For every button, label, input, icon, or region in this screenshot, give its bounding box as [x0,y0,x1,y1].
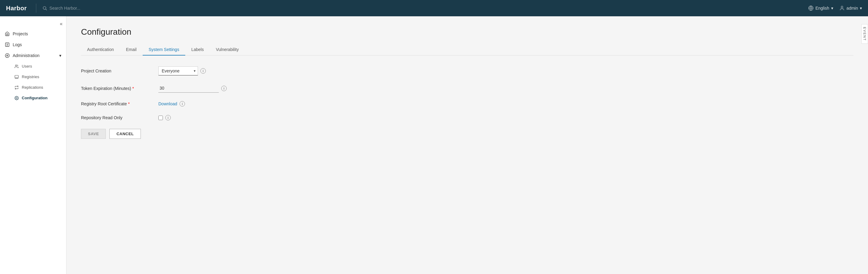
repository-read-only-checkbox[interactable] [158,115,163,120]
token-expiration-control: i [158,84,227,93]
nav-right: English ▾ admin ▾ [808,5,862,11]
sidebar-item-users[interactable]: Users [5,61,66,71]
registry-root-cert-info-icon[interactable]: i [180,101,185,106]
project-creation-row: Project Creation Everyone Admin Only Sys… [81,66,854,75]
repository-read-only-checkbox-wrapper [158,115,163,120]
administration-icon [5,53,10,58]
main-content: Configuration Authentication Email Syste… [66,16,868,274]
language-selector[interactable]: English ▾ [808,5,833,11]
system-settings-form: Project Creation Everyone Admin Only Sys… [81,66,854,139]
project-creation-label: Project Creation [81,69,154,73]
svg-point-9 [7,55,8,56]
sidebar-administration-left: Administration [5,53,39,58]
app-logo: Harbor [6,5,27,12]
token-expiration-label: Token Expiration (Minutes) * [81,86,154,91]
project-creation-control: Everyone Admin Only System Admin ▾ i [158,66,206,75]
sidebar-administration-section[interactable]: Administration ▾ [0,50,66,61]
projects-icon [5,31,10,36]
page-title: Configuration [81,27,854,37]
app-layout: « Projects Logs Administration ▾ [0,16,868,274]
svg-point-4 [841,6,843,8]
nav-divider [36,4,36,13]
administration-label: Administration [13,53,39,58]
user-chevron: ▾ [860,6,862,10]
tab-system-settings[interactable]: System Settings [143,44,185,56]
search-bar[interactable] [42,6,193,10]
project-creation-select-wrapper[interactable]: Everyone Admin Only System Admin ▾ [158,66,198,75]
svg-point-0 [43,7,45,9]
sidebar-item-logs[interactable]: Logs [0,39,66,50]
registry-root-cert-control: Download i [158,101,185,106]
sidebar-item-registries[interactable]: Registries [5,71,66,82]
sidebar-collapse-button[interactable]: « [0,19,66,28]
sidebar-item-projects-label: Projects [13,31,28,36]
tab-labels[interactable]: Labels [185,44,210,56]
token-expiration-info-icon[interactable]: i [221,86,227,91]
sidebar-sub-menu: Users Registries Replications Configurat… [0,61,66,103]
token-expiration-input[interactable] [158,84,219,93]
top-nav: Harbor English ▾ admin ▾ [0,0,868,16]
registries-icon [14,75,19,79]
user-icon [839,5,845,11]
svg-rect-11 [15,75,19,77]
tab-vulnerability[interactable]: Vulnerability [210,44,245,56]
sidebar-item-configuration-label: Configuration [22,96,48,100]
registry-root-cert-required: * [128,101,130,106]
tabs-bar: Authentication Email System Settings Lab… [81,44,854,56]
event-tab[interactable]: EVENT [861,24,868,44]
sidebar-item-projects[interactable]: Projects [0,28,66,39]
administration-chevron: ▾ [59,53,61,58]
sidebar-item-users-label: Users [22,64,32,69]
sidebar-item-replications[interactable]: Replications [5,82,66,93]
repository-read-only-row: Repository Read Only i [81,115,854,121]
svg-point-10 [16,65,17,66]
globe-icon [808,5,814,11]
sidebar-item-configuration[interactable]: Configuration [5,93,66,103]
repository-read-only-control: i [158,115,171,121]
cancel-button[interactable]: CANCEL [110,129,141,139]
users-icon [14,64,19,69]
download-link[interactable]: Download [158,101,177,106]
sidebar-item-replications-label: Replications [22,85,43,90]
search-icon [42,6,47,10]
user-menu[interactable]: admin ▾ [839,5,862,11]
collapse-icon: « [60,21,63,27]
sidebar-item-registries-label: Registries [22,74,39,79]
logs-icon [5,42,10,47]
registry-root-cert-row: Registry Root Certificate * Download i [81,101,854,106]
project-creation-select[interactable]: Everyone Admin Only System Admin [158,66,198,75]
project-creation-info-icon[interactable]: i [200,68,206,74]
tab-email[interactable]: Email [120,44,143,56]
repository-read-only-info-icon[interactable]: i [165,115,171,121]
registry-root-cert-label: Registry Root Certificate * [81,101,154,106]
user-label: admin [846,6,858,10]
sidebar: « Projects Logs Administration ▾ [0,16,66,274]
sidebar-item-logs-label: Logs [13,42,22,47]
svg-point-13 [16,98,17,99]
button-row: SAVE CANCEL [81,129,854,139]
save-button[interactable]: SAVE [81,129,106,139]
language-chevron: ▾ [831,6,833,10]
tab-authentication[interactable]: Authentication [81,44,120,56]
configuration-icon [14,96,19,100]
search-input[interactable] [50,6,110,10]
repository-read-only-label: Repository Read Only [81,115,154,120]
language-label: English [815,6,829,10]
token-expiration-row: Token Expiration (Minutes) * i [81,84,854,93]
replications-icon [14,85,19,90]
svg-line-1 [45,9,47,10]
token-expiration-required: * [132,86,134,91]
